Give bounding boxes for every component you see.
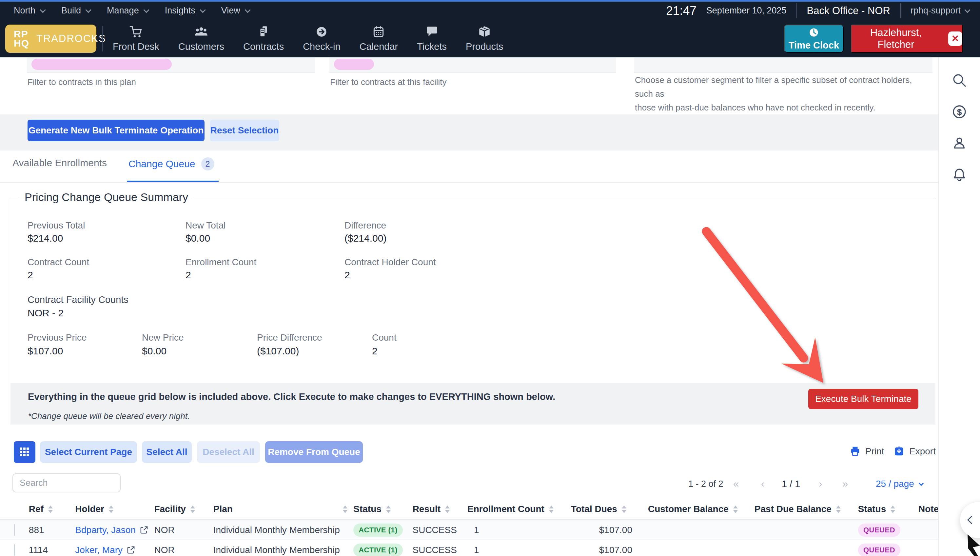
cell-plan: Individual Monthly Membership xyxy=(213,525,353,535)
remove-from-queue-button[interactable]: Remove From Queue xyxy=(265,441,363,463)
panel-title: Pricing Change Queue Summary xyxy=(19,191,194,204)
field-label: New Price xyxy=(142,333,184,343)
account-menu[interactable]: rphq-support xyxy=(911,6,969,16)
execute-bulk-terminate-button[interactable]: Execute Bulk Terminate xyxy=(808,389,919,409)
cell-ref: 881 xyxy=(29,525,75,535)
printer-icon xyxy=(849,446,861,457)
cell-enrollment-count: 1 xyxy=(467,545,571,555)
row-checkbox[interactable] xyxy=(14,524,15,536)
field-label: Contract Holder Count xyxy=(344,257,436,268)
sort-icon[interactable] xyxy=(836,506,841,513)
search-icon[interactable] xyxy=(951,73,967,88)
people-icon xyxy=(194,25,208,39)
queue-note: Everything in the queue grid below is in… xyxy=(28,391,555,402)
reset-selection-button[interactable]: Reset Selection xyxy=(210,120,279,141)
pagination-first-button[interactable]: « xyxy=(733,477,739,490)
right-icon-rail: $ xyxy=(938,57,980,556)
menu-view[interactable]: View xyxy=(221,6,249,16)
close-icon[interactable]: ✕ xyxy=(948,31,962,46)
holder-link[interactable]: Bdparty, Jason xyxy=(75,525,149,535)
cell-result: SUCCESS xyxy=(413,525,467,535)
row-checkbox[interactable] xyxy=(14,544,15,556)
export-button[interactable]: Export xyxy=(893,446,936,457)
sort-icon[interactable] xyxy=(191,506,195,513)
select-all-button[interactable]: Select All xyxy=(142,441,192,463)
active-user-button[interactable]: Hazlehurst, Fletcher ✕ xyxy=(851,24,963,53)
cell-total-dues: $107.00 xyxy=(571,525,648,535)
tab-available-enrollments[interactable]: Available Enrollments xyxy=(13,157,107,168)
nav-contracts[interactable]: Contracts xyxy=(243,25,284,52)
documents-icon xyxy=(257,25,270,39)
select-current-page-button[interactable]: Select Current Page xyxy=(40,441,137,463)
divider xyxy=(102,26,103,52)
field-value: $214.00 xyxy=(27,233,63,244)
column-header-holder: Holder xyxy=(75,504,154,514)
sort-icon[interactable] xyxy=(343,506,347,513)
facility-filter-tag[interactable] xyxy=(334,59,374,70)
print-button[interactable]: Print xyxy=(849,446,884,457)
column-settings-button[interactable] xyxy=(14,441,36,463)
column-header-total-dues: Total Dues xyxy=(571,504,648,514)
facility-filter-select[interactable] xyxy=(329,57,616,73)
menu-insights[interactable]: Insights xyxy=(165,6,204,16)
clock-icon xyxy=(808,27,820,38)
sort-icon[interactable] xyxy=(445,506,450,513)
segment-filter-hint: Choose a customer segment to filter a sp… xyxy=(635,73,930,115)
person-icon[interactable] xyxy=(951,136,967,151)
field-label: Difference xyxy=(344,220,386,231)
svg-text:$: $ xyxy=(957,107,962,117)
page-size-select[interactable]: 25 / page xyxy=(876,477,922,490)
cell-result: SUCCESS xyxy=(413,545,467,555)
chevron-down-icon xyxy=(964,7,970,13)
status-badge: ACTIVE (1) xyxy=(353,524,403,537)
nav-tickets[interactable]: Tickets xyxy=(417,25,447,52)
field-value: $0.00 xyxy=(142,346,166,357)
segment-filter-select[interactable] xyxy=(634,57,933,73)
tab-change-queue[interactable]: Change Queue 2 xyxy=(129,157,214,170)
sort-icon[interactable] xyxy=(48,506,53,513)
column-header-status-2: Status xyxy=(858,504,919,514)
field-value: ($107.00) xyxy=(257,346,299,357)
menu-build[interactable]: Build xyxy=(61,6,90,16)
nav-customers[interactable]: Customers xyxy=(178,25,224,52)
generate-bulk-terminate-button[interactable]: Generate New Bulk Terminate Operation xyxy=(27,120,205,141)
search-input[interactable] xyxy=(13,474,121,492)
table-row[interactable]: 1114 Joker, Mary NOR Individual Monthly … xyxy=(0,540,938,556)
nav-products[interactable]: Products xyxy=(466,25,503,52)
sort-icon[interactable] xyxy=(386,506,391,513)
holder-link[interactable]: Joker, Mary xyxy=(75,545,136,555)
nav-calendar[interactable]: Calendar xyxy=(360,25,398,52)
table-row[interactable]: 881 Bdparty, Jason NOR Individual Monthl… xyxy=(0,520,938,540)
menu-north[interactable]: North xyxy=(14,6,44,16)
bell-icon[interactable] xyxy=(951,167,967,183)
sort-icon[interactable] xyxy=(622,506,626,513)
nav-check-in[interactable]: Check-in xyxy=(303,25,340,52)
plan-filter-select[interactable] xyxy=(27,57,315,73)
time-clock-button[interactable]: Time Clock xyxy=(784,24,844,53)
divider xyxy=(796,3,797,18)
billing-dollar-icon[interactable]: $ xyxy=(951,104,967,120)
pagination-last-button[interactable]: » xyxy=(842,477,848,490)
back-office-context[interactable]: Back Office - NOR xyxy=(807,5,890,17)
sort-icon[interactable] xyxy=(549,506,554,513)
box-icon xyxy=(478,25,491,39)
field-label: New Total xyxy=(186,220,226,231)
nav-front-desk[interactable]: Front Desk xyxy=(113,25,159,52)
pagination-next-button[interactable]: › xyxy=(819,477,822,490)
field-label: Previous Price xyxy=(27,333,87,343)
plan-filter-tag[interactable] xyxy=(31,59,172,70)
sort-icon[interactable] xyxy=(891,506,895,513)
field-label: Count xyxy=(372,333,397,343)
field-label: Price Difference xyxy=(257,333,322,343)
sort-icon[interactable] xyxy=(733,506,738,513)
deselect-all-button[interactable]: Deselect All xyxy=(197,441,260,463)
chevron-down-icon xyxy=(919,481,924,486)
clock-date: September 10, 2025 xyxy=(706,6,786,16)
tradrocks-logo[interactable]: RPHQ TRADROCKS xyxy=(5,24,96,53)
menu-manage[interactable]: Manage xyxy=(107,6,148,16)
status-badge: ACTIVE (1) xyxy=(353,543,403,556)
pagination-prev-button[interactable]: ‹ xyxy=(761,477,764,490)
sort-icon[interactable] xyxy=(109,506,113,513)
external-link-icon xyxy=(140,525,149,534)
column-header-status: Status xyxy=(353,504,412,514)
